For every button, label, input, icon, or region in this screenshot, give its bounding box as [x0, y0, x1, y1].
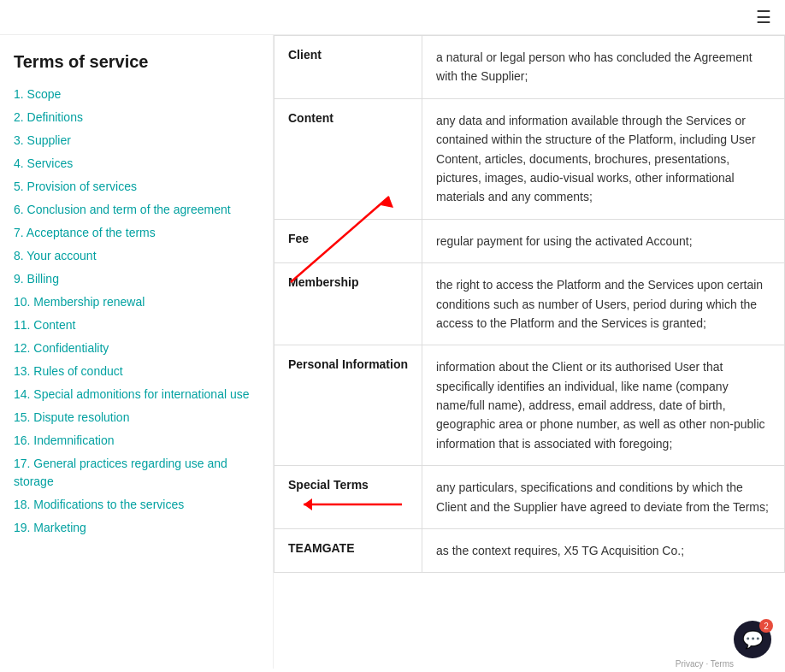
sidebar-nav-link[interactable]: 2. Definitions — [14, 110, 83, 124]
term-cell: Special Terms — [274, 466, 422, 529]
sidebar-nav-link[interactable]: 6. Conclusion and term of the agreement — [14, 203, 231, 216]
term-cell: TEAMGATE — [274, 529, 422, 573]
table-row: Personal Informationinformation about th… — [274, 345, 785, 466]
table-row: Membershipthe right to access the Platfo… — [274, 263, 785, 345]
sidebar-nav: 1. Scope2. Definitions3. Supplier4. Serv… — [14, 85, 259, 537]
sidebar: Terms of service 1. Scope2. Definitions3… — [0, 35, 274, 669]
sidebar-nav-link[interactable]: 14. Special admonitions for internationa… — [14, 387, 250, 401]
sidebar-nav-item: 7. Acceptance of the terms — [14, 224, 259, 242]
chat-widget[interactable]: 💬 2 — [734, 621, 771, 658]
sidebar-nav-item: 3. Supplier — [14, 132, 259, 150]
sidebar-nav-item: 19. Marketing — [14, 519, 259, 537]
chat-icon: 💬 — [742, 629, 764, 650]
sidebar-nav-item: 2. Definitions — [14, 109, 259, 127]
sidebar-nav-link[interactable]: 11. Content — [14, 318, 75, 332]
sidebar-nav-link[interactable]: 17. General practices regarding use and … — [14, 457, 227, 488]
sidebar-nav-link[interactable]: 16. Indemnification — [14, 433, 115, 447]
sidebar-nav-item: 11. Content — [14, 316, 259, 334]
definition-cell: information about the Client or its auth… — [422, 345, 785, 466]
sidebar-nav-link[interactable]: 15. Dispute resolution — [14, 410, 129, 424]
term-cell: Content — [274, 98, 422, 219]
hamburger-menu-icon[interactable]: ☰ — [756, 7, 771, 27]
sidebar-nav-item: 10. Membership renewal — [14, 293, 259, 311]
sidebar-nav-link[interactable]: 7. Acceptance of the terms — [14, 226, 156, 239]
definition-cell: regular payment for using the activated … — [422, 219, 785, 262]
term-cell: Membership — [274, 263, 422, 345]
table-row: Contentany data and information availabl… — [274, 98, 785, 219]
definition-cell: any particulars, specifications and cond… — [422, 466, 785, 529]
sidebar-nav-item: 12. Confidentiality — [14, 339, 259, 357]
sidebar-nav-link[interactable]: 13. Rules of conduct — [14, 364, 123, 378]
privacy-terms-link[interactable]: Privacy · Terms — [676, 659, 734, 669]
sidebar-nav-item: 8. Your account — [14, 247, 259, 265]
sidebar-nav-link[interactable]: 18. Modifications to the services — [14, 498, 184, 511]
definitions-table: Clienta natural or legal person who has … — [274, 35, 785, 573]
sidebar-nav-link[interactable]: 19. Marketing — [14, 521, 86, 534]
sidebar-nav-link[interactable]: 1. Scope — [14, 87, 61, 101]
sidebar-nav-item: 18. Modifications to the services — [14, 496, 259, 514]
definition-cell: the right to access the Platform and the… — [422, 263, 785, 345]
sidebar-nav-link[interactable]: 8. Your account — [14, 249, 97, 262]
content-area: Clienta natural or legal person who has … — [274, 35, 785, 669]
table-row: TEAMGATEas the context requires, X5 TG A… — [274, 529, 785, 573]
sidebar-nav-item: 9. Billing — [14, 270, 259, 288]
sidebar-title: Terms of service — [14, 52, 259, 72]
sidebar-nav-item: 4. Services — [14, 155, 259, 173]
sidebar-nav-item: 14. Special admonitions for internationa… — [14, 386, 259, 404]
sidebar-nav-link[interactable]: 9. Billing — [14, 272, 59, 286]
sidebar-nav-link[interactable]: 10. Membership renewal — [14, 295, 145, 309]
table-row: Feeregular payment for using the activat… — [274, 219, 785, 262]
term-cell: Personal Information — [274, 345, 422, 466]
definition-cell: any data and information available throu… — [422, 98, 785, 219]
sidebar-nav-item: 13. Rules of conduct — [14, 363, 259, 380]
term-cell: Fee — [274, 219, 422, 262]
table-row: Special Termsany particulars, specificat… — [274, 466, 785, 529]
definition-cell: a natural or legal person who has conclu… — [422, 36, 785, 99]
sidebar-nav-item: 5. Provision of services — [14, 178, 259, 196]
definition-cell: as the context requires, X5 TG Acquisiti… — [422, 529, 785, 573]
sidebar-nav-link[interactable]: 5. Provision of services — [14, 180, 137, 193]
sidebar-nav-item: 6. Conclusion and term of the agreement — [14, 201, 259, 219]
sidebar-nav-link[interactable]: 4. Services — [14, 156, 73, 170]
term-cell: Client — [274, 36, 422, 99]
sidebar-nav-link[interactable]: 12. Confidentiality — [14, 341, 109, 355]
sidebar-nav-link[interactable]: 3. Supplier — [14, 133, 71, 147]
sidebar-nav-item: 17. General practices regarding use and … — [14, 455, 259, 491]
sidebar-nav-item: 1. Scope — [14, 85, 259, 103]
sidebar-nav-item: 16. Indemnification — [14, 432, 259, 450]
sidebar-nav-item: 15. Dispute resolution — [14, 409, 259, 427]
table-row: Clienta natural or legal person who has … — [274, 36, 785, 99]
chat-badge: 2 — [759, 619, 773, 633]
